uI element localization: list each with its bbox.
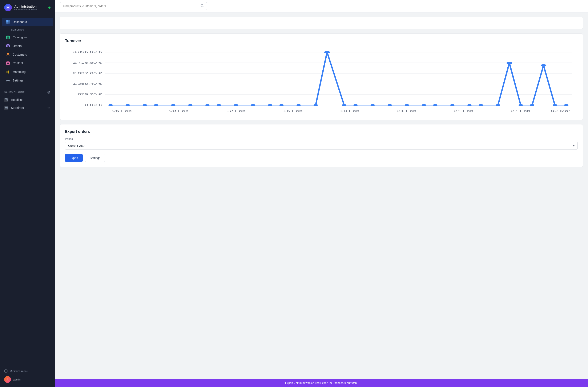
svg-rect-1 [6, 20, 8, 22]
svg-rect-2 [8, 20, 10, 22]
top-placeholder-card [60, 17, 583, 29]
svg-point-49 [324, 51, 330, 53]
export-button-row: Export Settings [65, 154, 578, 162]
turnover-card: Turnover 3.396,00 € 2.716,80 € 2.037,60 … [60, 33, 583, 120]
search-box[interactable] [60, 2, 207, 10]
period-select[interactable]: Current year Last year Last 30 days Cust… [65, 142, 577, 150]
svg-point-60 [496, 104, 500, 106]
sidebar-item-catalogues[interactable]: Catalogues [2, 33, 53, 42]
svg-point-57 [450, 104, 455, 106]
svg-point-66 [564, 104, 569, 106]
svg-point-64 [541, 64, 546, 66]
notification-text: Export-Zeitraum wählen und Export im Das… [285, 381, 357, 385]
svg-point-41 [205, 104, 210, 106]
brand-version: v6.3.5.0 Stable Version [14, 8, 38, 11]
sidebar-item-search-log[interactable]: Search log [0, 26, 55, 33]
minimize-menu-button[interactable]: Minimize menu [4, 368, 50, 374]
orders-label: Orders [13, 44, 22, 48]
sidebar-item-content[interactable]: Content [2, 59, 53, 67]
admin-avatar: A [4, 376, 11, 383]
svg-text:24 Feb: 24 Feb [454, 109, 474, 112]
content-area: Turnover 3.396,00 € 2.716,80 € 2.037,60 … [55, 12, 588, 379]
svg-text:18 Feb: 18 Feb [340, 109, 360, 112]
svg-text:09 Feb: 09 Feb [169, 109, 189, 112]
add-sales-channel-icon[interactable]: ⊕ [47, 90, 50, 95]
sidebar-header: Administration v6.3.5.0 Stable Version [0, 0, 55, 15]
customers-icon [6, 52, 10, 57]
sidebar-item-customers[interactable]: Customers [2, 50, 53, 59]
svg-text:12 Feb: 12 Feb [226, 109, 246, 112]
svg-point-63 [530, 104, 535, 106]
svg-rect-3 [6, 22, 8, 23]
main-area: Turnover 3.396,00 € 2.716,80 € 2.037,60 … [55, 0, 588, 387]
svg-point-51 [353, 104, 358, 106]
dashboard-label: Dashboard [13, 20, 27, 23]
export-title: Export orders [65, 129, 578, 134]
catalogues-icon [6, 35, 10, 39]
svg-point-61 [506, 62, 512, 64]
svg-text:21 Feb: 21 Feb [397, 109, 417, 112]
period-label: Period [65, 137, 578, 140]
svg-rect-6 [6, 45, 9, 47]
svg-point-56 [433, 104, 438, 106]
admin-user[interactable]: A admin [4, 374, 50, 385]
settings-icon [6, 78, 10, 83]
export-orders-card: Export orders Period Current year Last y… [60, 124, 583, 167]
svg-point-35 [108, 104, 113, 106]
brand-info: Administration v6.3.5.0 Stable Version [14, 5, 38, 11]
storefront-label: Storefront [11, 106, 24, 109]
svg-text:679,20 €: 679,20 € [78, 93, 102, 96]
sales-channel-label: Sales Channel ⊕ [0, 87, 55, 96]
svg-point-37 [143, 104, 147, 106]
sidebar-item-storefront[interactable]: Storefront 👁 [0, 104, 55, 112]
minimize-label: Minimize menu [10, 369, 28, 373]
status-indicator [48, 6, 50, 9]
content-icon [6, 61, 10, 65]
svg-text:15 Feb: 15 Feb [283, 109, 303, 112]
search-log-label: Search log [11, 28, 24, 31]
customers-label: Customers [13, 53, 27, 56]
sidebar-item-orders[interactable]: Orders [2, 42, 53, 50]
svg-text:06 Feb: 06 Feb [112, 109, 132, 112]
sidebar-item-settings[interactable]: Settings [2, 76, 53, 85]
svg-point-42 [217, 104, 221, 106]
sidebar-item-headless[interactable]: Headless [0, 96, 55, 104]
sidebar-item-dashboard[interactable]: Dashboard [2, 18, 53, 26]
catalogues-label: Catalogues [13, 36, 28, 39]
export-button[interactable]: Export [65, 154, 83, 162]
svg-point-36 [126, 104, 130, 106]
topbar [55, 0, 588, 12]
turnover-title: Turnover [65, 39, 578, 43]
svg-point-47 [296, 104, 301, 106]
sidebar-item-marketing[interactable]: Marketing [2, 67, 53, 76]
svg-point-54 [404, 104, 409, 106]
content-label: Content [13, 62, 23, 65]
admin-label: admin [13, 378, 21, 381]
svg-point-62 [519, 104, 523, 106]
svg-rect-4 [8, 22, 10, 23]
notification-bar: Export-Zeitraum wählen und Export im Das… [55, 379, 588, 387]
svg-point-59 [479, 104, 483, 106]
svg-text:1.358,40 €: 1.358,40 € [72, 82, 102, 85]
storefront-eye-icon[interactable]: 👁 [48, 106, 50, 109]
sales-channel-section: Sales Channel ⊕ Headless Storefront 👁 [0, 87, 55, 112]
search-icon[interactable] [201, 4, 204, 8]
svg-point-45 [268, 104, 273, 106]
sidebar: Administration v6.3.5.0 Stable Version D… [0, 0, 55, 387]
svg-text:3.396,00 €: 3.396,00 € [72, 50, 102, 53]
sidebar-footer: Minimize menu A admin [0, 365, 55, 387]
svg-text:02 Mar: 02 Mar [551, 109, 570, 112]
svg-point-43 [234, 104, 238, 106]
search-input[interactable] [63, 4, 198, 8]
orders-icon [6, 44, 10, 48]
svg-point-55 [421, 104, 426, 106]
headless-icon [4, 98, 8, 102]
export-settings-button[interactable]: Settings [85, 154, 105, 162]
settings-label: Settings [13, 79, 23, 82]
period-select-wrap: Current year Last year Last 30 days Cust… [65, 142, 578, 150]
svg-point-52 [370, 104, 375, 106]
headless-label: Headless [11, 98, 23, 102]
svg-point-48 [313, 104, 318, 106]
svg-point-53 [387, 104, 392, 106]
svg-point-46 [279, 104, 284, 106]
